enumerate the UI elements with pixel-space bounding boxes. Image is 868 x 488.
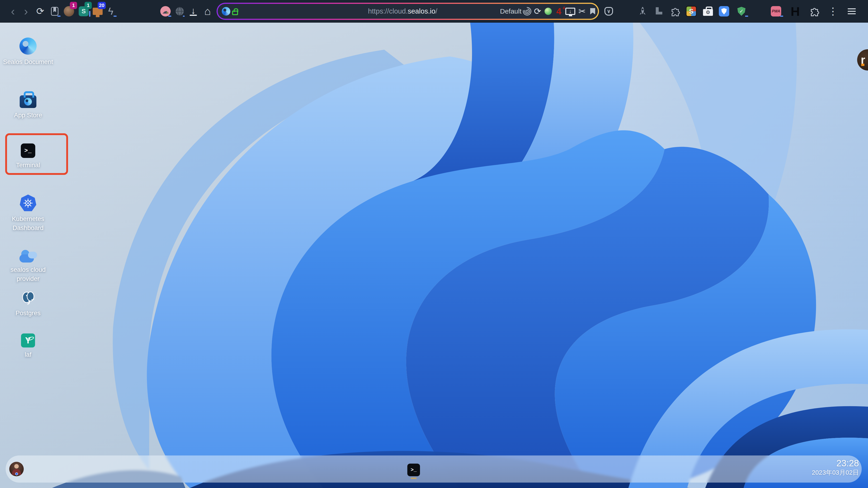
lock-icon xyxy=(232,11,238,15)
toolbox-extension-button[interactable]: ⚙ xyxy=(701,0,715,23)
count: 4 xyxy=(556,6,561,16)
download-icon: ↓ xyxy=(190,7,197,16)
extension-badge: 20 xyxy=(98,2,106,9)
bitwarden-shield-icon xyxy=(719,6,729,17)
running-app-indicator xyxy=(411,478,416,479)
pwa-extension-button[interactable]: PWA xyxy=(769,0,783,23)
h-extension-button[interactable]: H xyxy=(788,0,802,23)
r-label: r xyxy=(861,53,865,66)
desktop-icon-sealos-cloud-provider[interactable]: sealos cloud provider xyxy=(1,249,55,283)
desktop-icon-sealos-document[interactable]: Sealos Document xyxy=(1,37,55,66)
stylus-letter: S xyxy=(686,6,696,16)
home-button[interactable]: ⌂ xyxy=(200,0,215,23)
notification-dash xyxy=(168,15,171,17)
connection-secure-button[interactable] xyxy=(228,0,242,23)
overflow-menu-button[interactable]: ⋮ xyxy=(826,0,840,23)
h-icon: H xyxy=(791,4,800,19)
download-tray xyxy=(190,15,197,16)
taskbar-terminal-app[interactable]: >_ xyxy=(407,464,420,476)
url-scheme: https://cloud. xyxy=(368,7,408,15)
taskbar-clock[interactable]: 23:28 2023年03月02日 xyxy=(812,458,859,477)
notification-dash xyxy=(745,15,748,17)
container-label: Default xyxy=(500,0,522,23)
globe-icon xyxy=(175,6,184,16)
taskbar[interactable] xyxy=(6,455,862,483)
download-arrow-glyph: ↓ xyxy=(191,7,195,14)
app-menu-button[interactable] xyxy=(844,0,859,23)
reload-icon: ⟳ xyxy=(36,6,44,16)
sealos-swirl-icon xyxy=(20,37,37,55)
terminal-prompt-glyph: >_ xyxy=(411,467,416,473)
desktop-icon-label: Postgres xyxy=(1,308,55,318)
kubernetes-helm-icon xyxy=(20,195,37,212)
rocket-icon xyxy=(639,6,647,16)
laf-icon: Y xyxy=(21,333,35,348)
extension-badge: 1 xyxy=(70,2,77,9)
desktop-icon-label: sealos cloud provider xyxy=(1,265,55,283)
l-block-icon xyxy=(654,6,664,16)
avatar-badge xyxy=(15,473,18,475)
stylus-icon: S xyxy=(686,6,696,16)
check-glyph: ✓ xyxy=(739,8,743,14)
arrow-glyph: ↓ xyxy=(569,8,572,14)
downloads-button[interactable]: ↓ xyxy=(186,0,200,23)
desktop-wallpaper xyxy=(0,23,868,488)
sidebar-bookmarks-button[interactable] xyxy=(48,0,62,23)
gear-icon: ⚙ xyxy=(706,10,710,15)
clock-date: 2023年03月02日 xyxy=(812,468,859,477)
avatar-head xyxy=(14,464,19,468)
pocket-button[interactable]: ∨ xyxy=(601,0,616,23)
extension-teal-button[interactable]: S 1 xyxy=(76,0,91,23)
back-icon: ‹ xyxy=(11,5,15,17)
hamburger-menu-icon xyxy=(848,8,856,14)
fourchan-count-icon: 44 xyxy=(556,6,561,17)
extension-monitor-button[interactable]: 20 xyxy=(90,0,105,23)
privacy-extension-button[interactable]: ✓ xyxy=(734,0,749,23)
extensions-button[interactable] xyxy=(807,0,822,23)
notification-dash xyxy=(183,15,185,17)
puzzle-icon xyxy=(670,6,680,16)
extensions-puzzle-icon xyxy=(809,6,819,16)
url-text[interactable]: https://cloud.sealos.io/ xyxy=(368,0,437,23)
puzzle-extension-button[interactable] xyxy=(668,0,682,23)
desktop-icon-label: Sealos Document xyxy=(1,57,55,66)
desktop-icon-postgres[interactable]: Postgres xyxy=(1,290,55,318)
bitwarden-extension-button[interactable] xyxy=(717,0,731,23)
url-domain: sealos.io xyxy=(408,7,435,15)
forward-button[interactable]: › xyxy=(19,0,33,23)
reload-icon: ⟳ xyxy=(534,7,541,15)
bookmark-panel-icon xyxy=(51,7,59,16)
extension-badge: 1 xyxy=(85,2,92,9)
bookmark-flag-icon xyxy=(590,8,595,14)
app-store-bag-icon xyxy=(20,95,36,108)
clock-time: 23:28 xyxy=(812,458,859,468)
back-button[interactable]: ‹ xyxy=(6,0,20,23)
stylus-extension-button[interactable]: S xyxy=(684,0,699,23)
desktop-icon-kubernetes-dashboard[interactable]: Kubernetes Dashboard xyxy=(1,195,55,232)
rocket-extension-button[interactable] xyxy=(636,0,650,23)
pocket-icon: ∨ xyxy=(604,7,613,15)
notification-dash xyxy=(114,15,117,17)
url-path: / xyxy=(435,7,437,15)
weather-extension-button[interactable]: ☁ ϟ xyxy=(158,0,173,23)
globe-extension-button[interactable] xyxy=(173,0,187,23)
postgres-elephant-icon xyxy=(20,290,36,306)
toolbox-icon: ⚙ xyxy=(703,9,713,16)
kebab-menu-icon: ⋮ xyxy=(828,6,838,16)
desktop-icon-laf[interactable]: Y laf xyxy=(1,333,55,359)
green-shield-check-icon: ✓ xyxy=(737,7,745,16)
desktop-icon-label: laf xyxy=(1,350,55,359)
user-avatar[interactable] xyxy=(9,462,24,476)
extension-emblem-button[interactable]: 1 xyxy=(62,0,76,23)
reload-button[interactable]: ⟳ xyxy=(33,0,48,23)
bookmark-page-button[interactable] xyxy=(585,0,600,23)
ship-wheel-icon xyxy=(23,198,33,208)
green-globe-icon xyxy=(545,8,552,15)
tetris-extension-button[interactable] xyxy=(652,0,666,23)
cloud-icon xyxy=(18,250,38,263)
chevron-glyph: ∨ xyxy=(607,8,611,14)
forward-icon: › xyxy=(24,5,28,17)
scissors-icon: ✂ xyxy=(579,7,586,15)
pwa-icon: PWA xyxy=(771,6,781,17)
desktop-icon-app-store[interactable]: App Store xyxy=(1,90,55,120)
